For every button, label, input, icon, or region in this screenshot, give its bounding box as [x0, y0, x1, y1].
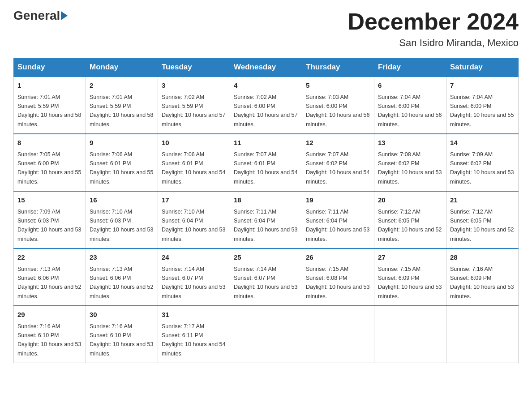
- calendar-cell: 13 Sunrise: 7:08 AMSunset: 6:02 PMDaylig…: [374, 134, 446, 191]
- logo: General Blue: [13, 9, 69, 23]
- calendar-cell: 17 Sunrise: 7:10 AMSunset: 6:04 PMDaylig…: [158, 191, 230, 248]
- col-saturday: Saturday: [446, 58, 519, 77]
- calendar-cell: 14 Sunrise: 7:09 AMSunset: 6:02 PMDaylig…: [446, 134, 519, 191]
- calendar-cell: 2 Sunrise: 7:01 AMSunset: 5:59 PMDayligh…: [86, 77, 158, 134]
- day-info: Sunrise: 7:15 AMSunset: 6:09 PMDaylight:…: [378, 266, 442, 300]
- logo-general: General: [13, 9, 60, 23]
- day-number: 13: [378, 138, 442, 148]
- day-number: 10: [162, 138, 226, 148]
- calendar-cell: [230, 306, 302, 363]
- calendar-cell: 28 Sunrise: 7:16 AMSunset: 6:09 PMDaylig…: [446, 248, 519, 306]
- calendar-cell: 24 Sunrise: 7:14 AMSunset: 6:07 PMDaylig…: [158, 248, 230, 306]
- day-number: 22: [17, 253, 82, 263]
- day-number: 3: [162, 81, 226, 91]
- calendar-cell: 18 Sunrise: 7:11 AMSunset: 6:04 PMDaylig…: [230, 191, 302, 248]
- page-header: General Blue December 2024 San Isidro Mi…: [13, 9, 519, 49]
- day-info: Sunrise: 7:14 AMSunset: 6:07 PMDaylight:…: [162, 266, 225, 300]
- calendar-cell: 25 Sunrise: 7:14 AMSunset: 6:07 PMDaylig…: [230, 248, 302, 306]
- day-info: Sunrise: 7:16 AMSunset: 6:09 PMDaylight:…: [450, 266, 514, 300]
- day-info: Sunrise: 7:05 AMSunset: 6:00 PMDaylight:…: [17, 151, 81, 185]
- calendar-cell: 26 Sunrise: 7:15 AMSunset: 6:08 PMDaylig…: [302, 248, 374, 306]
- calendar-cell: 10 Sunrise: 7:06 AMSunset: 6:01 PMDaylig…: [158, 134, 230, 191]
- calendar-cell: 11 Sunrise: 7:07 AMSunset: 6:01 PMDaylig…: [230, 134, 302, 191]
- month-title: December 2024: [348, 9, 519, 34]
- day-number: 14: [450, 138, 515, 148]
- calendar-cell: 21 Sunrise: 7:12 AMSunset: 6:05 PMDaylig…: [446, 191, 519, 248]
- day-number: 7: [450, 81, 515, 91]
- day-number: 4: [234, 81, 298, 91]
- calendar-cell: 7 Sunrise: 7:04 AMSunset: 6:00 PMDayligh…: [446, 77, 519, 134]
- calendar-cell: 8 Sunrise: 7:05 AMSunset: 6:00 PMDayligh…: [14, 134, 86, 191]
- day-info: Sunrise: 7:13 AMSunset: 6:06 PMDaylight:…: [90, 266, 153, 300]
- calendar-week-2: 8 Sunrise: 7:05 AMSunset: 6:00 PMDayligh…: [14, 134, 519, 191]
- day-number: 26: [306, 253, 370, 263]
- calendar-week-1: 1 Sunrise: 7:01 AMSunset: 5:59 PMDayligh…: [14, 77, 519, 134]
- calendar-body: 1 Sunrise: 7:01 AMSunset: 5:59 PMDayligh…: [14, 77, 519, 363]
- calendar-cell: [374, 306, 446, 363]
- day-info: Sunrise: 7:10 AMSunset: 6:04 PMDaylight:…: [162, 209, 225, 242]
- day-info: Sunrise: 7:16 AMSunset: 6:10 PMDaylight:…: [17, 323, 81, 357]
- calendar-week-4: 22 Sunrise: 7:13 AMSunset: 6:06 PMDaylig…: [14, 248, 519, 306]
- col-wednesday: Wednesday: [230, 58, 302, 77]
- col-friday: Friday: [374, 58, 446, 77]
- day-number: 16: [90, 195, 154, 206]
- day-number: 12: [306, 138, 370, 148]
- day-info: Sunrise: 7:11 AMSunset: 6:04 PMDaylight:…: [306, 209, 369, 242]
- day-info: Sunrise: 7:02 AMSunset: 5:59 PMDaylight:…: [162, 94, 225, 128]
- day-number: 30: [90, 310, 154, 320]
- calendar-week-3: 15 Sunrise: 7:09 AMSunset: 6:03 PMDaylig…: [14, 191, 519, 248]
- day-number: 27: [378, 253, 442, 263]
- day-info: Sunrise: 7:15 AMSunset: 6:08 PMDaylight:…: [306, 266, 369, 300]
- calendar-cell: 3 Sunrise: 7:02 AMSunset: 5:59 PMDayligh…: [158, 77, 230, 134]
- calendar-cell: 30 Sunrise: 7:16 AMSunset: 6:10 PMDaylig…: [86, 306, 158, 363]
- calendar-cell: [446, 306, 519, 363]
- day-info: Sunrise: 7:06 AMSunset: 6:01 PMDaylight:…: [90, 151, 153, 185]
- header-row: Sunday Monday Tuesday Wednesday Thursday…: [14, 58, 519, 77]
- calendar-header: Sunday Monday Tuesday Wednesday Thursday…: [14, 58, 519, 77]
- day-info: Sunrise: 7:01 AMSunset: 5:59 PMDaylight:…: [90, 94, 153, 128]
- day-info: Sunrise: 7:14 AMSunset: 6:07 PMDaylight:…: [234, 266, 297, 300]
- day-number: 21: [450, 195, 515, 206]
- day-number: 31: [162, 310, 226, 320]
- calendar-cell: 6 Sunrise: 7:04 AMSunset: 6:00 PMDayligh…: [374, 77, 446, 134]
- day-number: 2: [90, 81, 154, 91]
- day-info: Sunrise: 7:03 AMSunset: 6:00 PMDaylight:…: [306, 94, 369, 128]
- calendar-cell: 15 Sunrise: 7:09 AMSunset: 6:03 PMDaylig…: [14, 191, 86, 248]
- col-tuesday: Tuesday: [158, 58, 230, 77]
- calendar-cell: [302, 306, 374, 363]
- day-info: Sunrise: 7:09 AMSunset: 6:02 PMDaylight:…: [450, 151, 514, 185]
- day-number: 29: [17, 310, 82, 320]
- day-info: Sunrise: 7:17 AMSunset: 6:11 PMDaylight:…: [162, 323, 225, 357]
- calendar-cell: 23 Sunrise: 7:13 AMSunset: 6:06 PMDaylig…: [86, 248, 158, 306]
- day-info: Sunrise: 7:16 AMSunset: 6:10 PMDaylight:…: [90, 323, 153, 357]
- calendar-cell: 27 Sunrise: 7:15 AMSunset: 6:09 PMDaylig…: [374, 248, 446, 306]
- day-info: Sunrise: 7:04 AMSunset: 6:00 PMDaylight:…: [378, 94, 442, 128]
- day-number: 19: [306, 195, 370, 206]
- day-number: 6: [378, 81, 442, 91]
- day-info: Sunrise: 7:02 AMSunset: 6:00 PMDaylight:…: [234, 94, 297, 128]
- calendar-cell: 20 Sunrise: 7:12 AMSunset: 6:05 PMDaylig…: [374, 191, 446, 248]
- day-number: 28: [450, 253, 515, 263]
- day-info: Sunrise: 7:12 AMSunset: 6:05 PMDaylight:…: [450, 209, 514, 242]
- day-info: Sunrise: 7:08 AMSunset: 6:02 PMDaylight:…: [378, 151, 442, 185]
- col-monday: Monday: [86, 58, 158, 77]
- calendar-cell: 22 Sunrise: 7:13 AMSunset: 6:06 PMDaylig…: [14, 248, 86, 306]
- day-number: 18: [234, 195, 298, 206]
- day-number: 1: [17, 81, 82, 91]
- calendar-table: Sunday Monday Tuesday Wednesday Thursday…: [13, 58, 519, 363]
- title-block: December 2024 San Isidro Miranda, Mexico: [348, 9, 519, 49]
- calendar-cell: 1 Sunrise: 7:01 AMSunset: 5:59 PMDayligh…: [14, 77, 86, 134]
- day-info: Sunrise: 7:01 AMSunset: 5:59 PMDaylight:…: [17, 94, 81, 128]
- day-number: 23: [90, 253, 154, 263]
- col-sunday: Sunday: [14, 58, 86, 77]
- location-subtitle: San Isidro Miranda, Mexico: [348, 37, 519, 49]
- day-info: Sunrise: 7:04 AMSunset: 6:00 PMDaylight:…: [450, 94, 514, 128]
- calendar-cell: 19 Sunrise: 7:11 AMSunset: 6:04 PMDaylig…: [302, 191, 374, 248]
- calendar-cell: 5 Sunrise: 7:03 AMSunset: 6:00 PMDayligh…: [302, 77, 374, 134]
- day-info: Sunrise: 7:06 AMSunset: 6:01 PMDaylight:…: [162, 151, 225, 185]
- day-info: Sunrise: 7:12 AMSunset: 6:05 PMDaylight:…: [378, 209, 442, 242]
- day-number: 24: [162, 253, 226, 263]
- day-number: 8: [17, 138, 82, 148]
- day-number: 20: [378, 195, 442, 206]
- day-number: 5: [306, 81, 370, 91]
